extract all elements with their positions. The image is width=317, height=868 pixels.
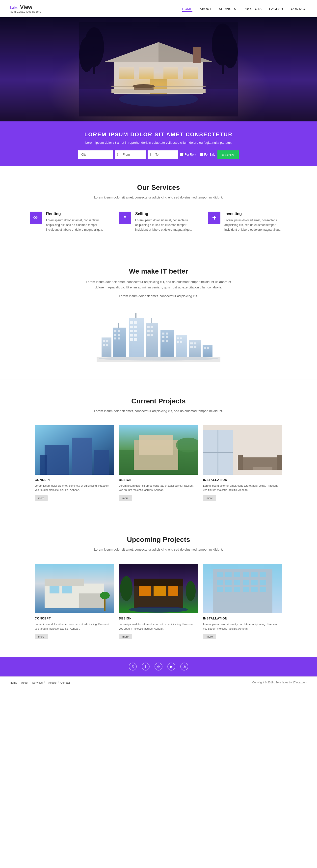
twitter-icon: 𝕏 (131, 664, 134, 669)
from-input[interactable] (121, 150, 146, 159)
social-dribbble[interactable]: ⊙ (155, 662, 162, 671)
svg-rect-39 (134, 321, 137, 324)
installation-img-svg (203, 425, 282, 475)
svg-rect-110 (168, 586, 178, 596)
svg-rect-119 (243, 572, 249, 577)
svg-rect-40 (130, 326, 133, 328)
upcoming-project-1: CONCEPT Lorem ipsum dolor sit amet, conc… (35, 564, 114, 639)
search-section: LOREM IPSUM DOLOR SIT AMET CONSECTETUR L… (0, 121, 317, 166)
svg-rect-116 (217, 572, 223, 577)
social-twitter[interactable]: 𝕏 (129, 662, 137, 671)
upcoming-project-2-more[interactable]: more (119, 634, 132, 639)
svg-rect-41 (134, 326, 137, 328)
svg-rect-3 (93, 59, 95, 74)
current-project-3-more[interactable]: more (203, 495, 216, 501)
current-project-1-desc: Lorem ipsum dolor sit amet, conc tetu et… (35, 484, 114, 492)
svg-rect-63 (166, 340, 168, 342)
footer-link-about[interactable]: About (21, 681, 28, 684)
services-section: Our Services Lorem ipsum dolor sit amet,… (0, 166, 317, 250)
footer-bottom: Home About Services Projects Contact Cop… (0, 677, 317, 688)
nav-contact[interactable]: CONTACT (291, 7, 307, 11)
logo-lake: Lake (10, 5, 19, 10)
nav-pages[interactable]: PAGES ▾ (269, 7, 284, 11)
svg-rect-28 (106, 344, 108, 346)
svg-rect-59 (166, 333, 168, 335)
for-rent-text: For Rent (185, 153, 196, 156)
better-desc2: Lorem ipsum dolor sit amet, consectetur … (97, 294, 220, 298)
svg-rect-73 (194, 346, 196, 348)
investing-icon-box: ✚ (208, 212, 220, 224)
svg-rect-47 (134, 338, 137, 341)
nav-home[interactable]: HOME (182, 7, 192, 12)
city-input[interactable] (78, 150, 113, 159)
current-project-2: DESIGN Lorem ipsum dolor sit amet, conc … (119, 425, 198, 501)
svg-rect-124 (234, 580, 240, 585)
footer-link-contact[interactable]: Contact (60, 681, 70, 684)
to-input[interactable] (153, 150, 178, 159)
social-facebook[interactable]: f (142, 662, 150, 671)
renting-icon-box: 👁 (30, 212, 42, 224)
svg-rect-130 (234, 587, 240, 592)
svg-rect-79 (44, 445, 69, 475)
current-project-2-desc: Lorem ipsum dolor sit amet, conc tetu et… (119, 484, 198, 492)
hero-image (0, 17, 317, 121)
svg-rect-55 (151, 334, 153, 336)
footer-link-home[interactable]: Home (10, 681, 17, 684)
svg-rect-42 (130, 330, 133, 332)
svg-rect-76 (207, 347, 209, 349)
navbar: Lake View Real Estate Developers HOME AB… (0, 0, 317, 17)
social-github[interactable]: ◎ (180, 662, 188, 671)
footer-link-services[interactable]: Services (32, 681, 42, 684)
upcoming-projects-title: Upcoming Projects (20, 536, 297, 544)
social-youtube[interactable]: ▶ (167, 662, 175, 671)
current-project-3-desc: Lorem ipsum dolor sit amet, conc tetu et… (203, 484, 282, 492)
svg-rect-70 (190, 342, 193, 344)
svg-rect-132 (251, 587, 258, 592)
svg-rect-67 (177, 341, 179, 343)
for-rent-label[interactable]: For Rent (180, 153, 196, 156)
current-project-2-image (119, 425, 198, 475)
logo-subtitle: Real Estate Developers (10, 10, 41, 13)
eye-icon: 👁 (33, 215, 38, 221)
svg-rect-19 (112, 89, 205, 93)
svg-rect-43 (134, 330, 137, 332)
svg-rect-50 (147, 326, 150, 328)
upcoming-project-2-image (119, 564, 198, 613)
for-sale-label[interactable]: For Sale (200, 153, 215, 156)
current-project-1-more[interactable]: more (35, 495, 48, 501)
footer-link-projects[interactable]: Projects (46, 681, 57, 684)
svg-rect-127 (260, 580, 266, 585)
upcoming-project-1-desc: Lorem ipsum dolor sit amet, conc tetu et… (35, 622, 114, 631)
upcoming-project-3-more[interactable]: more (203, 634, 216, 639)
current-project-1: CONCEPT Lorem ipsum dolor sit amet, conc… (35, 425, 114, 501)
svg-rect-51 (151, 326, 153, 328)
svg-rect-120 (251, 572, 258, 577)
nav-projects[interactable]: PROJECTS (244, 7, 261, 11)
for-sale-checkbox[interactable] (200, 153, 203, 156)
to-input-wrapper: $ (148, 150, 178, 159)
nav-about[interactable]: ABOUT (200, 7, 212, 11)
for-sale-text: For Sale (204, 153, 215, 156)
svg-rect-95 (277, 455, 282, 470)
current-project-3-image (203, 425, 282, 475)
plus-icon: ✚ (212, 215, 217, 221)
upcoming-project-1-more[interactable]: more (35, 634, 48, 639)
svg-rect-96 (253, 467, 273, 470)
search-button[interactable]: Search (217, 150, 239, 159)
services-grid: 👁 Renting Lorem ipsum dolor sit amet, co… (20, 212, 297, 232)
upcoming-installation-svg (203, 564, 282, 613)
quote-icon: ❝ (124, 215, 127, 221)
svg-rect-118 (234, 572, 240, 577)
nav-links: HOME ABOUT SERVICES PROJECTS PAGES ▾ CON… (182, 6, 307, 11)
city-illustration (20, 308, 297, 362)
svg-rect-86 (139, 435, 173, 455)
renting-desc: Lorem ipsum dolor sit amet, consectetur … (46, 218, 109, 232)
svg-rect-6 (222, 59, 224, 74)
nav-services[interactable]: SERVICES (219, 7, 236, 11)
upcoming-project-2-label: DESIGN (119, 617, 198, 620)
upcoming-project-3-label: INSTALLATION (203, 617, 282, 620)
current-project-2-more[interactable]: more (119, 495, 132, 501)
svg-rect-54 (147, 334, 150, 336)
current-projects-grid: CONCEPT Lorem ipsum dolor sit amet, conc… (20, 425, 297, 501)
for-rent-checkbox[interactable] (180, 153, 184, 156)
